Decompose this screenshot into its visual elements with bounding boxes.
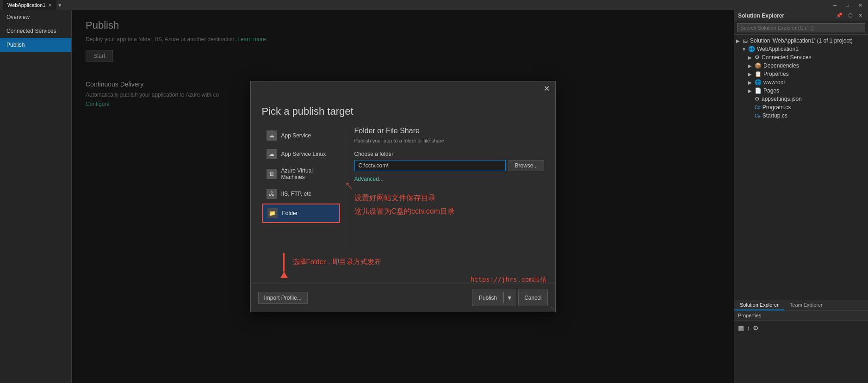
tree-item-wwwroot[interactable]: ▶ 🌐 wwwroot [734, 78, 868, 86]
close-window-button[interactable]: ✕ [856, 1, 865, 9]
annotation-text-2: 选择Folder，即目录方式发布 [292, 255, 382, 268]
wwwroot-label: wwwroot [763, 79, 785, 86]
modal-titlebar: ✕ [251, 81, 555, 96]
resize-handle[interactable]: ⤡ [551, 306, 554, 311]
tree-item-pages[interactable]: ▶ 📄 Pages [734, 86, 868, 95]
annotation-right: 设置好网站文件保存目录 这儿设置为C盘的cctv.com目录 ↑ [354, 192, 455, 218]
annotation-left: 选择Folder，即目录方式发布 [262, 248, 544, 279]
annotation-container: 设置好网站文件保存目录 这儿设置为C盘的cctv.com目录 ↑ [354, 192, 544, 218]
folder-icon: 📁 [267, 208, 278, 218]
tree-item-startup[interactable]: ▶ C# Startup.cs [734, 111, 868, 120]
left-sidebar: Overview Connected Services Publish [0, 10, 72, 383]
properties-icon: 📋 [755, 71, 762, 77]
modal-right-panel: Folder or File Share Publish your app to… [345, 127, 544, 248]
option-iis-ftp[interactable]: 🖧 IIS, FTP, etc [262, 185, 340, 203]
tree-item-appsettings[interactable]: ▶ ⚙ appsettings.json [734, 95, 868, 103]
pages-icon: 📄 [755, 87, 762, 94]
solution-explorer-title: Solution Explorer [738, 12, 784, 19]
folder-label: Folder [282, 210, 298, 216]
panel-close-button[interactable]: ✕ [856, 12, 864, 19]
properties-sort-button[interactable]: ↕ [747, 324, 750, 332]
program-label: Program.cs [763, 104, 791, 111]
folder-input[interactable] [354, 160, 506, 171]
properties-header: Properties [734, 311, 868, 321]
option-app-service-linux[interactable]: ☁ App Service Linux [262, 145, 340, 163]
choose-folder-label: Choose a folder [354, 151, 544, 157]
active-tab[interactable]: WebApplication1 ✕ [3, 0, 56, 10]
modal-overlay: ✕ Pick a publish target ☁ App Service ☁ [72, 10, 734, 383]
publish-button[interactable]: Publish ▼ [472, 290, 515, 306]
tab-label: WebApplication1 [7, 2, 45, 8]
tree-item-dependencies[interactable]: ▶ 📦 Dependencies [734, 62, 868, 70]
tree-item-properties[interactable]: ▶ 📋 Properties [734, 70, 868, 78]
project-row[interactable]: ▼ 🌐 WebApplication1 [734, 45, 868, 53]
tab-solution-explorer[interactable]: Solution Explorer [734, 300, 784, 310]
option-folder[interactable]: 📁 Folder [262, 204, 340, 223]
solution-search-input[interactable] [737, 23, 865, 32]
arrow-head [280, 272, 288, 278]
bottom-tabs: Solution Explorer Team Explorer [734, 300, 868, 311]
title-bar: WebApplication1 ✕ ▼ ─ □ ✕ [0, 0, 868, 10]
properties-title: Properties [738, 313, 761, 318]
panel-pin-button[interactable]: 📌 [834, 12, 844, 19]
startup-icon: C# [755, 113, 761, 118]
startup-label: Startup.cs [763, 112, 787, 119]
solution-explorer-header: Solution Explorer 📌 ⬡ ✕ [734, 10, 868, 21]
folder-annotation-area: 选择Folder，即目录方式发布 [251, 248, 555, 279]
dependencies-icon: 📦 [755, 62, 762, 69]
sidebar-item-connected-services[interactable]: Connected Services [0, 24, 71, 38]
minimize-button[interactable]: ─ [831, 1, 840, 9]
connected-services-icon: ⚙ [755, 54, 760, 61]
tab-close-icon[interactable]: ✕ [48, 3, 52, 8]
iis-ftp-label: IIS, FTP, etc [281, 191, 311, 197]
arrow-shaft [283, 253, 285, 272]
panel-float-button[interactable]: ⬡ [846, 12, 855, 19]
app-service-icon: ☁ [267, 130, 277, 141]
tree-item-program[interactable]: ▶ C# Program.cs [734, 103, 868, 111]
appsettings-label: appsettings.json [762, 96, 802, 102]
modal-heading: Pick a publish target [262, 105, 544, 117]
solution-search-area [734, 21, 868, 35]
properties-toolbar: ▦ ↕ ⚙ [734, 321, 868, 335]
properties-settings-button[interactable]: ⚙ [753, 324, 759, 332]
solution-arrow: ▶ [736, 38, 741, 43]
azure-vm-label: Azure Virtual Machines [281, 167, 335, 180]
connected-services-tree-label: Connected Services [762, 54, 811, 61]
tab-dropdown-icon[interactable]: ▼ [57, 3, 62, 8]
tree-item-connected-services[interactable]: ▶ ⚙ Connected Services [734, 53, 868, 62]
sidebar-item-publish[interactable]: Publish [0, 38, 71, 52]
azure-vm-icon: 🖥 [267, 169, 277, 179]
main-layout: Overview Connected Services Publish Publ… [0, 10, 868, 383]
advanced-link[interactable]: Advanced... [354, 176, 384, 182]
window-controls: ─ □ ✕ [831, 1, 865, 9]
modal-body: Pick a publish target ☁ App Service ☁ Ap… [251, 96, 555, 248]
properties-grid-button[interactable]: ▦ [738, 324, 744, 332]
footer-right-buttons: Publish ▼ Cancel [472, 290, 548, 306]
solution-row[interactable]: ▶ 🗂 Solution 'WebApplication1' (1 of 1 p… [734, 37, 868, 45]
wwwroot-icon: 🌐 [755, 79, 762, 86]
modal-content: ☁ App Service ☁ App Service Linux 🖥 Azur… [262, 127, 544, 248]
sidebar-item-overview[interactable]: Overview [0, 10, 71, 24]
content-area: Publish Deploy your app to a folder, IIS… [72, 10, 734, 383]
properties-label: Properties [763, 71, 789, 77]
dependencies-label: Dependencies [763, 62, 799, 69]
folder-title: Folder or File Share [354, 127, 544, 135]
solution-label: Solution 'WebApplication1' (1 of 1 proje… [750, 37, 853, 44]
tab-team-explorer[interactable]: Team Explorer [784, 300, 828, 310]
modal-footer: Import Profile... Publish ▼ Cancel [251, 284, 555, 312]
cancel-button[interactable]: Cancel [518, 290, 547, 306]
import-profile-button[interactable]: Import Profile... [258, 292, 308, 304]
project-icon: 🌐 [748, 46, 755, 52]
option-azure-vm[interactable]: 🖥 Azure Virtual Machines [262, 164, 340, 184]
option-app-service[interactable]: ☁ App Service [262, 127, 340, 144]
folder-subtitle: Publish your app to a folder or file sha… [354, 138, 544, 143]
solution-icon: 🗂 [743, 37, 748, 44]
program-icon: C# [755, 105, 761, 110]
browse-button[interactable]: Browse... [508, 160, 544, 171]
maximize-button[interactable]: □ [843, 1, 852, 9]
publish-btn-dropdown[interactable]: ▼ [503, 292, 515, 303]
tree-view: ▶ 🗂 Solution 'WebApplication1' (1 of 1 p… [734, 35, 868, 300]
folder-input-row: Browse... [354, 160, 544, 171]
modal-close-button[interactable]: ✕ [542, 84, 552, 93]
publish-sidebar-label: Publish [6, 42, 25, 48]
